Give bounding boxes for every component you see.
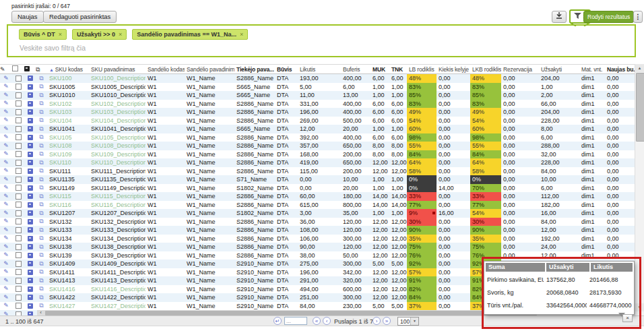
edit-icon[interactable]: ✎ [3, 202, 9, 208]
edit-icon[interactable]: ✎ [3, 286, 9, 292]
edit-icon[interactable]: ✎ [3, 218, 9, 224]
edit-icon[interactable]: ✎ [3, 193, 9, 200]
row-checkbox[interactable] [15, 75, 22, 82]
details-icon[interactable] [28, 84, 33, 90]
copy-icon[interactable]: ⧉ [39, 244, 43, 250]
details-icon[interactable] [28, 210, 33, 216]
details-icon[interactable] [28, 193, 33, 199]
column-header-sku-pavadinimas[interactable]: SKU pavadinimas [89, 66, 146, 73]
details-icon[interactable] [28, 253, 33, 258]
column-header-tnk[interactable]: TNK [389, 66, 407, 73]
column-header-kiekis-kelyje[interactable]: Kiekis kelyje [437, 66, 470, 73]
copy-icon[interactable]: ⧉ [39, 134, 43, 140]
column-header-buferis[interactable]: Buferis [341, 66, 371, 73]
column-header-likutis[interactable]: Likutis [298, 66, 341, 73]
edit-icon[interactable]: ✎ [3, 235, 9, 241]
details-icon[interactable] [28, 270, 33, 275]
filter-chip[interactable]: Užsakyti >> 0× [72, 29, 127, 40]
edit-selected-button[interactable]: Redaguoti pasirinktas [43, 11, 117, 23]
chip-close-icon[interactable]: × [240, 31, 243, 38]
row-checkbox[interactable] [15, 269, 22, 275]
table-row[interactable]: ✎⧉SKU102SKU102_DescriptionW1W1_NameS2886… [0, 100, 635, 109]
row-checkbox[interactable] [15, 160, 22, 166]
scroll-up-icon[interactable]: ▲ [635, 64, 644, 72]
details-icon[interactable] [28, 303, 33, 309]
export-button[interactable] [552, 11, 567, 23]
details-icon[interactable] [28, 185, 33, 191]
column-header-sandelio-kodas[interactable]: Sandėlio kodas [146, 66, 185, 73]
edit-icon[interactable]: ✎ [3, 185, 9, 191]
details-icon[interactable] [28, 244, 33, 249]
row-checkbox[interactable] [15, 100, 22, 107]
table-row[interactable]: ✎⧉SKU100SKU100_DescriptionW1W1_NameS2886… [0, 74, 635, 83]
table-row[interactable]: ✎⧉SKU1207SKU1207_DescriptionW1W1_NameS18… [0, 209, 635, 218]
copy-icon[interactable]: ⧉ [39, 295, 43, 301]
table-row[interactable]: ✎⧉SKU103SKU103_DescriptionW1W1_NameS2886… [0, 108, 635, 117]
copy-icon[interactable]: ⧉ [39, 126, 43, 132]
table-row[interactable]: ✎⧉SKU1005SKU1005_DescriptionW1W1_NameS66… [0, 83, 635, 92]
row-checkbox[interactable] [15, 126, 22, 132]
copy-icon[interactable]: ⧉ [39, 143, 43, 149]
edit-icon[interactable]: ✎ [3, 126, 9, 132]
horizontal-scrollbar-thumb[interactable] [45, 311, 537, 315]
details-icon[interactable] [28, 278, 33, 283]
popup-close-button[interactable]: × [622, 314, 633, 322]
row-checkbox[interactable] [15, 278, 22, 284]
table-row[interactable]: ✎⧉SKU134SKU134_DescriptionW1W1_NameS2886… [0, 235, 635, 243]
details-icon[interactable] [28, 152, 33, 157]
edit-icon[interactable]: ✎ [3, 261, 9, 267]
table-row[interactable]: ✎⧉SKU1149SKU1149_DescriptionW1W1_NameS18… [0, 184, 635, 193]
table-row[interactable]: ✎⧉SKU138SKU138_DescriptionW1W1_NameS2886… [0, 243, 635, 251]
row-checkbox[interactable] [15, 244, 22, 250]
copy-icon[interactable]: ⧉ [39, 202, 43, 208]
edit-icon[interactable]: ✎ [3, 84, 9, 90]
row-checkbox[interactable] [15, 84, 22, 90]
edit-icon[interactable]: ✎ [3, 269, 9, 275]
table-row[interactable]: ✎⧉SKU104SKU104_DescriptionW1W1_NameS2886… [0, 117, 635, 125]
row-checkbox[interactable] [15, 227, 22, 233]
details-icon[interactable] [28, 236, 33, 241]
details-icon[interactable] [28, 219, 33, 224]
column-header-buvis[interactable]: Būvis [275, 66, 298, 73]
edit-icon[interactable]: ✎ [3, 109, 9, 115]
details-icon[interactable] [28, 227, 33, 233]
column-header-lkb-rodiklis[interactable]: LKB rodiklis [470, 66, 501, 73]
row-checkbox[interactable] [15, 134, 22, 140]
copy-icon[interactable]: ⧉ [39, 269, 43, 275]
page-size-select[interactable]: 100▼ [397, 317, 419, 326]
row-checkbox[interactable] [15, 117, 22, 123]
edit-icon[interactable]: ✎ [3, 92, 9, 98]
row-checkbox[interactable] [15, 177, 22, 183]
last-page-button[interactable]: » [383, 317, 391, 325]
copy-icon[interactable]: ⧉ [39, 235, 43, 241]
vertical-scrollbar[interactable]: ▲ ▼ [635, 64, 644, 315]
row-checkbox[interactable] [15, 109, 22, 115]
new-button[interactable]: Naujas [11, 11, 44, 23]
copy-icon[interactable]: ⧉ [39, 261, 43, 267]
table-row[interactable]: ✎⧉SKU116SKU116_DescriptionW1W1_NameS2886… [0, 201, 635, 210]
copy-icon[interactable]: ⧉ [39, 168, 43, 174]
edit-icon[interactable]: ✎ [3, 210, 9, 216]
copy-icon[interactable]: ⧉ [39, 185, 43, 191]
copy-icon[interactable]: ⧉ [39, 92, 43, 98]
row-checkbox[interactable] [15, 168, 22, 174]
table-row[interactable]: ✎⧉SKU1041SKU1041_DescriptionW1W1_NameS66… [0, 125, 635, 133]
filter-chip[interactable]: Sandėlio pavadinimas == W1_Na...× [132, 29, 248, 40]
details-icon[interactable] [28, 118, 33, 123]
column-header-uzsakyti[interactable]: Užsakyti [539, 66, 579, 73]
chip-close-icon[interactable]: × [119, 31, 122, 38]
column-header-lb-rodiklis[interactable]: LB rodiklis [407, 66, 437, 73]
table-row[interactable]: ✎⧉SKU133SKU133_DescriptionW1W1_NameS2886… [0, 226, 635, 235]
details-icon[interactable] [28, 286, 33, 292]
edit-icon[interactable]: ✎ [3, 75, 9, 82]
table-row[interactable]: ✎⧉SKU1135SKU1135_DescriptionW1W1_NameS71… [0, 175, 635, 184]
details-icon[interactable] [28, 126, 33, 131]
table-row[interactable]: ✎⧉SKU108SKU108_DescriptionW1W1_NameS2886… [0, 142, 635, 150]
edit-icon[interactable]: ✎ [3, 303, 9, 309]
edit-icon[interactable]: ✎ [3, 168, 9, 174]
column-header-tiekejo-pavadinimas[interactable]: Tiekėjo pava... [234, 66, 275, 73]
copy-icon[interactable]: ⧉ [39, 286, 43, 292]
edit-icon[interactable]: ✎ [3, 100, 9, 107]
table-row[interactable]: ✎⧉SKU1010SKU1010_DescriptionW1W1_NameS66… [0, 91, 635, 100]
copy-icon[interactable]: ⧉ [39, 100, 43, 107]
